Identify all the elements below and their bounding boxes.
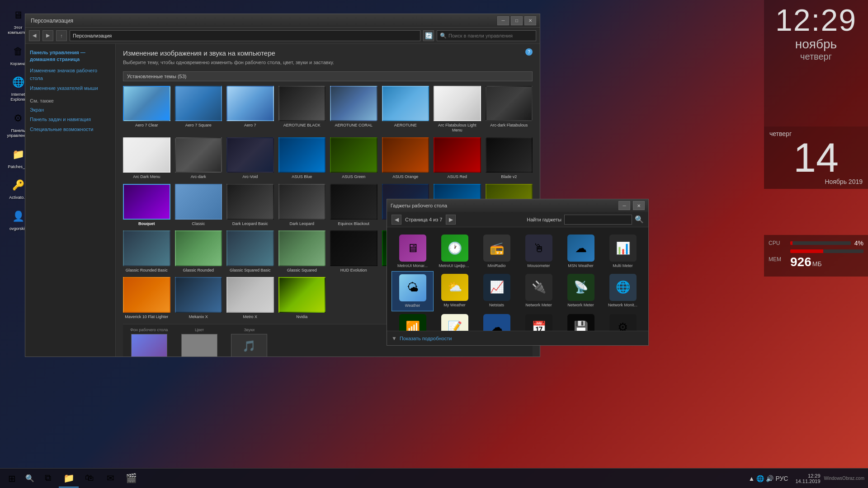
theme-item-glassic-squared-basic[interactable]: Glassic Squared Basic — [226, 230, 274, 272]
theme-item-aero7clear[interactable]: Aero 7 Clear — [123, 86, 170, 133]
taskbar-clock[interactable]: 12:29 14.11.2019 — [792, 473, 824, 484]
theme-item-arc-void[interactable]: Arc-Void — [226, 137, 274, 179]
gadget-item-onlyblack2[interactable]: ⚙OnlyBlack 2 cl... — [602, 311, 644, 331]
up-button[interactable]: ↑ — [56, 30, 67, 41]
theme-item-hud-evolution[interactable]: HUD Evolution — [330, 230, 377, 272]
theme-item-equinox-blackout[interactable]: Equinox Blackout — [330, 184, 377, 226]
gadgets-search-icon[interactable]: 🔍 — [635, 215, 644, 224]
theme-item-arc-flat-light[interactable]: Arc Flatabulous Light Menu — [434, 86, 481, 133]
wallpaper-item[interactable]: Фон рабочего стола StreamofLight — [130, 328, 168, 357]
sound-preview[interactable]: 🎵 — [231, 334, 267, 357]
next-page-btn[interactable]: ▶ — [446, 215, 456, 225]
theme-item-asus-green[interactable]: ASUS Green — [330, 137, 377, 179]
start-button[interactable]: ⊞ — [2, 469, 22, 488]
minimize-button[interactable]: ─ — [497, 16, 509, 25]
gadget-icon-networkmeter2: 📡 — [567, 274, 594, 301]
theme-item-nvidia[interactable]: Nvidia — [278, 277, 326, 319]
theme-item-glassic-rounded[interactable]: Glassic Rounded — [175, 230, 222, 272]
taskbar-mail[interactable]: ✉ — [100, 469, 120, 488]
theme-item-aero7[interactable]: Aero 7 — [226, 86, 274, 133]
tray-lang[interactable]: РУС — [775, 475, 788, 482]
color-item[interactable]: Цвет Другой — [181, 328, 217, 357]
taskbar-explorer[interactable]: 📁 — [59, 469, 79, 488]
gadget-item-metroui[interactable]: 🖥MetroUI Monar... — [392, 232, 434, 271]
show-details-link[interactable]: Показать подробности — [400, 336, 452, 341]
theme-name-asus-blue: ASUS Blue — [292, 174, 312, 179]
sidebar-link-icons[interactable]: Изменение значков рабочего стола — [30, 67, 111, 83]
gadget-item-mousometer[interactable]: 🖱Mousometer — [518, 232, 560, 271]
sound-item[interactable]: Звуки 🎵 По умолчан... — [231, 328, 267, 357]
sidebar-link-mouse[interactable]: Изменение указателей мыши — [30, 84, 111, 93]
theme-name-aerotune: AEROTUNE — [394, 123, 417, 128]
theme-item-bouquet[interactable]: Bouquet — [123, 184, 170, 226]
theme-item-metro-x[interactable]: Metro X — [226, 277, 274, 319]
gadget-item-miniradio[interactable]: 📻MiniRadio — [476, 232, 518, 271]
theme-preview-mekanix — [175, 277, 222, 312]
gadget-item-onlyblackcal[interactable]: 📅Only Black Cale... — [518, 311, 560, 331]
gadget-item-networkmeter2[interactable]: 📡Network Meter — [560, 271, 602, 311]
theme-item-maverick-lighter[interactable]: Maverick 10 Flat Lighter — [123, 277, 170, 319]
tray-expand[interactable]: ▲ — [749, 475, 755, 482]
sidebar-link-accessibility[interactable]: Специальные возможности — [30, 126, 111, 134]
gadget-item-networkutility[interactable]: 📶Network Utilit... — [392, 311, 434, 331]
gadget-item-msnweather[interactable]: ☁MSN Weather — [560, 232, 602, 271]
color-preview[interactable] — [181, 334, 217, 357]
mem-bar-container — [790, 249, 863, 253]
theme-item-asus-orange[interactable]: ASUS Orange — [382, 137, 429, 179]
taskbar-search-btn[interactable]: 🔍 — [22, 470, 38, 487]
gadget-item-note[interactable]: 📝Note — [434, 311, 476, 331]
wallpaper-label-top: Фон рабочего стола — [130, 328, 168, 332]
gadget-icon-metroui: 🖥 — [399, 235, 426, 262]
theme-item-dark-leopard[interactable]: Dark Leopard — [278, 184, 326, 226]
gadgets-minimize-btn[interactable]: ─ — [618, 201, 630, 210]
gadget-item-netstats[interactable]: 📈Netstats — [476, 271, 518, 311]
theme-item-classic[interactable]: Classic — [175, 184, 222, 226]
taskbar-store[interactable]: 🛍 — [80, 469, 99, 488]
theme-item-aerotune[interactable]: AEROTUNE — [382, 86, 429, 133]
theme-item-glassic-squared[interactable]: Glassic Squared — [278, 230, 326, 272]
sidebar-main-link[interactable]: Панель управления — домашняя страница — [30, 49, 111, 63]
theme-item-dark-leopard-basic[interactable]: Dark Leopard Basic — [226, 184, 274, 226]
theme-item-arc-dark-menu[interactable]: Arc Dark Menu — [123, 137, 170, 179]
tray-sound[interactable]: 🔊 — [766, 475, 774, 482]
gadget-item-multimeter[interactable]: 📊Multi Meter — [602, 232, 644, 271]
gadgets-close-btn[interactable]: ✕ — [633, 201, 645, 210]
sidebar-link-screen[interactable]: Экран — [30, 106, 111, 114]
gadgets-search-input[interactable] — [564, 215, 632, 225]
gadget-item-myweather[interactable]: ⛅My Weather — [434, 271, 476, 311]
gadget-item-networkmonitor[interactable]: 🌐Network Monit... — [602, 271, 644, 311]
prev-page-btn[interactable]: ◀ — [392, 215, 401, 225]
gadget-item-onedrive[interactable]: ☁Onedrive — [476, 311, 518, 331]
wallpaper-preview[interactable] — [131, 334, 167, 357]
tray-network[interactable]: 🌐 — [756, 475, 764, 482]
theme-item-aero7square[interactable]: Aero 7 Square — [175, 86, 222, 133]
gadget-item-networkmeter[interactable]: 🔌Network Meter — [518, 271, 560, 311]
theme-preview-aerotune-black — [278, 86, 326, 121]
sidebar-link-taskbar[interactable]: Панель задач и навигация — [30, 116, 111, 124]
gadget-item-metroui2[interactable]: 🕐MetroUI Цифро... — [434, 232, 476, 271]
theme-item-glassic-rounded-basic[interactable]: Glassic Rounded Basic — [123, 230, 170, 272]
theme-item-arc-dark[interactable]: Arc-dark — [175, 137, 222, 179]
taskbar-task-view[interactable]: ⧉ — [38, 469, 58, 488]
taskbar-media[interactable]: 🎬 — [121, 469, 141, 488]
theme-item-mekanix[interactable]: Mekanix X — [175, 277, 222, 319]
theme-item-blade[interactable]: Blade v2 — [486, 137, 533, 179]
maximize-button[interactable]: □ — [511, 16, 523, 25]
forward-button[interactable]: ▶ — [42, 30, 53, 41]
theme-name-arc-void: Arc-Void — [242, 174, 258, 179]
back-button[interactable]: ◀ — [29, 30, 40, 41]
refresh-button[interactable]: 🔄 — [423, 30, 434, 41]
cpu-bar-container — [790, 241, 851, 245]
gadget-item-weather[interactable]: 🌤Weather — [392, 271, 434, 311]
close-button[interactable]: ✕ — [524, 16, 536, 25]
theme-item-aerotune-black[interactable]: AEROTUNE BLACK — [278, 86, 326, 133]
gadget-item-onlyblackhdd[interactable]: 💾Only Black HDD — [560, 311, 602, 331]
theme-item-arc-dark-flat[interactable]: Arc-dark Flatabulous — [486, 86, 533, 133]
help-button[interactable]: ? — [525, 48, 533, 56]
theme-item-asus-blue[interactable]: ASUS Blue — [278, 137, 326, 179]
desktop-icon-label-basket: Корзина — [10, 61, 26, 66]
search-input[interactable] — [448, 33, 533, 38]
page-nav: ◀ Страница 4 из 7 ▶ — [392, 215, 456, 225]
theme-item-asus-red[interactable]: ASUS Red — [434, 137, 481, 179]
theme-item-aerotune-coral[interactable]: AEROTUNE CORAL — [330, 86, 377, 133]
